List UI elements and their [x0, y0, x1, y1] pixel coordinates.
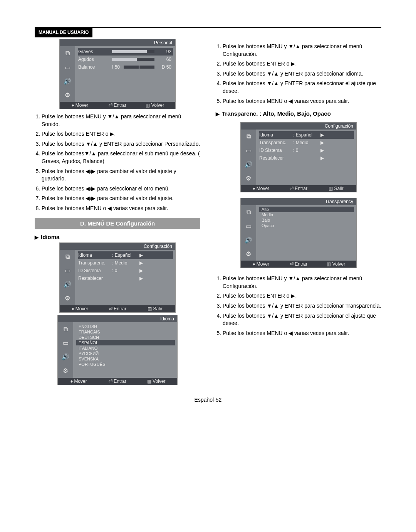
- chevron-right-icon: ▶: [319, 140, 325, 145]
- step-item: Pulse los botones ◀/▶ para seleccionar e…: [42, 185, 200, 193]
- osd-footer: ♦ Mover ⏎ Entrar ▥ Volver: [58, 378, 177, 385]
- osd-config-row: Transparenc.: Medio▶: [259, 139, 354, 146]
- heading-idioma: Idioma: [35, 234, 200, 240]
- screen-icon: ▭: [243, 146, 253, 155]
- manual-badge: MANUAL DE USUARIO: [35, 27, 92, 37]
- step-item: Pulse los botones ENTER o ▶.: [223, 292, 381, 300]
- osd-title: Personal: [60, 39, 175, 46]
- gear-icon: ⚙: [243, 173, 253, 183]
- osd-idioma-list: Idioma ⧉ ▭ 🔊 ⚙ ENGLISHFRANÇAISDEUTSCHESP…: [57, 315, 178, 385]
- osd-title: Configuración: [241, 123, 356, 130]
- step-item: Pulse los botones ENTER o ▶.: [223, 60, 381, 68]
- osd-config-row: Restablecer▶: [78, 274, 173, 282]
- osd-configuracion-2: Configuración ⧉ ▭ 🔊 ⚙ Idioma: Español▶Tr…: [240, 122, 357, 192]
- sound-icon: 🔊: [243, 160, 253, 169]
- step-item: Pulse los botones ◀/▶ para cambiar el va…: [42, 168, 200, 183]
- step-item: Pulse los botones MENU o ◀ varias veces …: [223, 98, 381, 105]
- picture-icon: ⧉: [60, 325, 70, 334]
- step-item: Pulse los botones ▼/▲ y ENTER para selec…: [223, 70, 381, 78]
- sound-icon: 🔊: [243, 235, 253, 244]
- step-item: Pulse los botones ◀/▶ para cambiar el va…: [42, 195, 200, 202]
- osd-transparency-list: Transparency ⧉ ▭ 🔊 ⚙ AltoMedioBajoOpaco …: [240, 198, 357, 268]
- step-item: Pulse los botones ENTER o ▶.: [42, 130, 200, 138]
- picture-icon: ⧉: [243, 132, 253, 141]
- osd-list-item: ESPAÑOL: [76, 340, 175, 345]
- osd-list-item: РУССКИЙ: [76, 351, 175, 356]
- sound-icon: 🔊: [60, 352, 70, 362]
- osd-row-graves: Graves 92: [78, 48, 173, 56]
- osd-config-row: Restablecer▶: [259, 154, 354, 162]
- osd-footer: ♦ Mover ⏎ Entrar ▥ Volver: [241, 261, 356, 268]
- osd-sonido-personal: Personal ⧉ ▭ 🔊 ⚙ Graves 92: [59, 39, 176, 109]
- gear-icon: ⚙: [62, 90, 72, 99]
- osd-footer: ♦ Mover ⏎ Entrar ▥ Volver: [60, 102, 175, 109]
- osd-footer: ♦ Mover ⏎ Entrar ▥ Salir: [241, 185, 356, 192]
- chevron-right-icon: ▶: [319, 132, 325, 138]
- screen-icon: ▭: [243, 221, 253, 231]
- osd-list-item: Opaco: [259, 223, 354, 228]
- osd-list-item: SVENSKA: [76, 356, 175, 362]
- step-item: Pulse los botones MENU y ▼/▲ para selecc…: [42, 113, 200, 128]
- step-item: Pulse los botones MENU o ◀ varias veces …: [42, 205, 200, 212]
- osd-sidebar-icons: ⧉ ▭ 🔊 ⚙: [241, 130, 256, 185]
- osd-configuracion: Configuración ⧉ ▭ 🔊 ⚙ Idioma: Español▶Tr…: [59, 242, 176, 313]
- screen-icon: ▭: [60, 338, 70, 348]
- picture-icon: ⧉: [243, 207, 253, 217]
- osd-sidebar-icons: ⧉ ▭ 🔊 ⚙: [58, 322, 73, 378]
- osd-row-balance: Balance I 50 D 50: [78, 63, 173, 71]
- osd-title: Idioma: [58, 315, 177, 322]
- osd-row-agudos: Agudos 60: [78, 56, 173, 63]
- picture-icon: ⧉: [62, 49, 72, 58]
- osd-list-item: Medio: [259, 212, 354, 217]
- gear-icon: ⚙: [62, 294, 72, 303]
- gear-icon: ⚙: [60, 366, 70, 375]
- steps-sonido: Pulse los botones MENU y ▼/▲ para selecc…: [35, 113, 200, 212]
- osd-config-row: ID Sistema: 0▶: [259, 146, 354, 154]
- osd-title: Configuración: [60, 243, 175, 250]
- osd-sidebar-icons: ⧉ ▭ 🔊 ⚙: [241, 205, 256, 261]
- osd-list-item: Alto: [259, 207, 354, 212]
- step-item: Pulse los botones▼/▲ para seleccionar el…: [42, 150, 200, 165]
- chevron-right-icon: ▶: [138, 253, 144, 258]
- osd-config-row: Idioma: Español▶: [78, 251, 173, 259]
- page-number: Español-52: [35, 397, 381, 403]
- chevron-right-icon: ▶: [138, 260, 144, 266]
- screen-icon: ▭: [62, 266, 72, 275]
- osd-sidebar-icons: ⧉ ▭ 🔊 ⚙: [60, 250, 75, 305]
- osd-list-item: FRANÇAIS: [76, 329, 175, 335]
- step-item: Pulse los botones MENU y ▼/▲ para selecc…: [223, 275, 381, 290]
- osd-title: Transparency: [241, 198, 356, 205]
- sound-icon: 🔊: [62, 76, 72, 86]
- osd-config-row: Idioma: Español▶: [259, 131, 354, 139]
- osd-sidebar-icons: ⧉ ▭ 🔊 ⚙: [60, 46, 75, 102]
- osd-list-item: PORTUGUÊS: [76, 362, 175, 367]
- screen-icon: ▭: [62, 62, 72, 72]
- step-item: Pulse los botones ▼/▲ y ENTER para selec…: [42, 140, 200, 148]
- sound-icon: 🔊: [62, 280, 72, 289]
- osd-config-row: Transparenc.: Medio▶: [78, 259, 173, 267]
- chevron-right-icon: ▶: [319, 148, 325, 153]
- osd-footer: ♦ Mover ⏎ Entrar ▥ Salir: [60, 305, 175, 312]
- osd-config-row: ID Sistema: 0▶: [78, 267, 173, 274]
- osd-list-item: ITALIANO: [76, 345, 175, 351]
- chevron-right-icon: ▶: [138, 268, 144, 273]
- step-item: Pulse los botones ▼/▲ y ENTER para selec…: [223, 80, 381, 95]
- gear-icon: ⚙: [243, 249, 253, 258]
- chevron-right-icon: ▶: [138, 276, 144, 281]
- chevron-right-icon: ▶: [319, 155, 325, 161]
- header-rule: MANUAL DE USUARIO: [35, 27, 381, 28]
- osd-list-item: ENGLISH: [76, 324, 175, 329]
- step-item: Pulse los botones ▼/▲ y ENTER para selec…: [223, 312, 381, 327]
- heading-transparenc: Transparenc. : Alto, Medio, Bajo, Opaco: [216, 110, 381, 117]
- osd-list-item: Bajo: [259, 217, 354, 223]
- osd-list-item: DEUTSCH: [76, 335, 175, 340]
- step-item: Pulse los botones MENU o ◀ varias veces …: [223, 330, 381, 337]
- steps-idioma: Pulse los botones MENU y ▼/▲ para selecc…: [216, 43, 381, 105]
- picture-icon: ⧉: [62, 252, 72, 261]
- step-item: Pulse los botones ▼/▲ y ENTER para selec…: [223, 302, 381, 310]
- step-item: Pulse los botones MENU y ▼/▲ para selecc…: [223, 43, 381, 58]
- section-d-title: D. MENÚ DE Configuración: [35, 218, 200, 229]
- steps-transparenc: Pulse los botones MENU y ▼/▲ para selecc…: [216, 275, 381, 337]
